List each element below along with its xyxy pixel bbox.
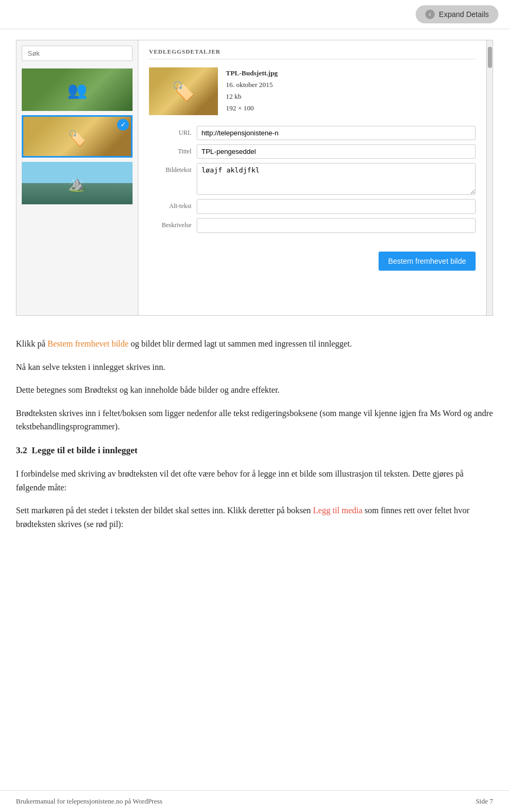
- thumbnail-budget-selected[interactable]: ✓: [22, 115, 133, 158]
- thumbnail-mountain[interactable]: [22, 162, 133, 204]
- para6-highlight: Legg til media: [313, 506, 362, 515]
- expand-details-label: Expand Details: [439, 10, 489, 19]
- search-input[interactable]: [22, 46, 133, 61]
- footer-left: Brukermanual for telepensjonistene.no på…: [16, 797, 162, 806]
- caption-row: Bildetekst løajf akldjfkl: [149, 163, 476, 195]
- url-row: URL: [149, 126, 476, 140]
- file-date: 16. oktober 2015: [226, 79, 278, 91]
- file-preview-section: 🏷️ TPL-Budsjett.jpg 16. oktober 2015 12 …: [149, 67, 476, 115]
- top-bar: ‹ Expand Details: [0, 0, 509, 29]
- paragraph-2: Nå kan selve teksten i innlegget skrives…: [16, 360, 493, 374]
- title-row: Tittel: [149, 144, 476, 159]
- description-row: Beskrivelse: [149, 218, 476, 233]
- alt-text-row: Alt-tekst: [149, 199, 476, 214]
- paragraph-1: Klikk på Bestem fremhevet bilde og bilde…: [16, 337, 493, 351]
- file-preview-thumb: 🏷️: [149, 67, 218, 115]
- footer-right: Side 7: [476, 797, 493, 806]
- body-text: Klikk på Bestem fremhevet bilde og bilde…: [0, 326, 509, 551]
- paragraph-3: Dette betegnes som Brødtekst og kan inne…: [16, 383, 493, 397]
- media-library: ✓ VEDLEGGSDETALJER 🏷️ TPL-Budsjett.jpg 1…: [16, 40, 493, 316]
- paragraph-4: Brødteksten skrives inn i feltet/boksen …: [16, 407, 493, 434]
- caption-input[interactable]: løajf akldjfkl: [197, 163, 476, 195]
- file-size: 12 kb: [226, 91, 278, 102]
- url-label: URL: [149, 126, 191, 137]
- scrollbar[interactable]: [486, 40, 493, 315]
- file-dimensions: 192 × 100: [226, 102, 278, 114]
- para1-highlight: Bestem fremhevet bilde: [48, 339, 129, 348]
- description-label: Beskrivelse: [149, 218, 191, 229]
- page-footer: Brukermanual for telepensjonistene.no på…: [0, 790, 509, 812]
- section-num: 3.2: [16, 445, 27, 455]
- attachment-details-panel: VEDLEGGSDETALJER 🏷️ TPL-Budsjett.jpg 16.…: [138, 40, 486, 315]
- caption-label: Bildetekst: [149, 163, 191, 174]
- url-input[interactable]: [197, 126, 476, 140]
- description-input[interactable]: [197, 218, 476, 233]
- para6-before: Sett markøren på det stedet i teksten de…: [16, 506, 313, 515]
- selection-checkmark: ✓: [117, 119, 129, 131]
- thumbnail-list: ✓: [16, 40, 138, 315]
- thumbnail-people[interactable]: [22, 68, 133, 111]
- alt-label: Alt-tekst: [149, 199, 191, 210]
- section-title: Legge til et bilde i innlegget: [32, 445, 138, 455]
- title-label: Tittel: [149, 144, 191, 156]
- paragraph-6: Sett markøren på det stedet i teksten de…: [16, 504, 493, 531]
- panel-title: VEDLEGGSDETALJER: [149, 48, 476, 59]
- section-heading: 3.2 Legge til et bilde i innlegget: [16, 443, 493, 457]
- alt-input[interactable]: [197, 199, 476, 214]
- title-input[interactable]: [197, 144, 476, 159]
- back-arrow-icon: ‹: [425, 10, 435, 19]
- set-featured-button[interactable]: Bestem fremhevet bilde: [379, 252, 476, 271]
- paragraph-5: I forbindelse med skriving av brødtekste…: [16, 467, 493, 494]
- para1-before: Klikk på: [16, 339, 48, 348]
- file-metadata: TPL-Budsjett.jpg 16. oktober 2015 12 kb …: [226, 67, 278, 115]
- para1-after: og bildet blir dermed lagt ut sammen med…: [128, 339, 352, 348]
- expand-details-button[interactable]: ‹ Expand Details: [416, 5, 498, 23]
- file-name: TPL-Budsjett.jpg: [226, 67, 278, 79]
- scrollbar-thumb[interactable]: [488, 47, 492, 68]
- form-section: URL Tittel Bildetekst løajf akldjfkl Alt…: [149, 126, 476, 233]
